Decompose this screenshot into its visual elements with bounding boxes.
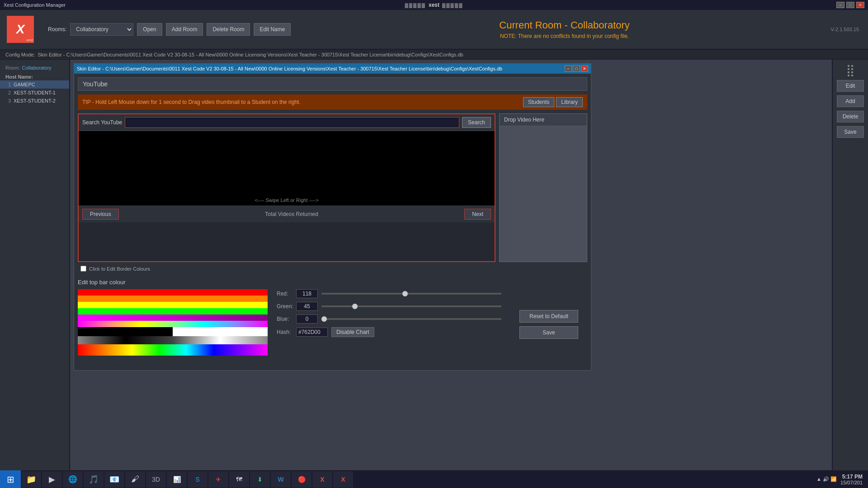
green-input[interactable]: 45 [296,302,318,311]
win-close[interactable]: ✕ [581,66,588,72]
taskbar-acrobat[interactable]: 🔴 [292,471,311,488]
start-button[interactable]: ⊞ [0,470,21,488]
color-band-red[interactable] [78,289,268,296]
color-band-orange[interactable] [78,296,268,302]
red-label: Red: [277,291,292,297]
student-num: 3 [4,98,11,103]
win-minimize[interactable]: – [565,66,572,72]
color-band-green[interactable] [78,308,268,314]
app-header: X xest Rooms: Collaboratory Open Add Roo… [0,10,868,50]
sidebar: Room: Collaboratory Host Name: 1 GAMEPC … [0,60,70,470]
logo-box: X xest [7,16,34,43]
title-controls[interactable]: – □ ✕ [836,2,864,8]
taskbar-excel[interactable]: 📊 [167,471,187,488]
taskbar-filezilla[interactable]: ✈ [208,471,228,488]
room-label: Room: Collaboratory [0,63,69,72]
open-button[interactable]: Open [137,23,162,36]
blue-input[interactable]: 0 [296,314,318,324]
taskbar-word[interactable]: W [271,471,291,488]
win-maximize[interactable]: □ [573,66,580,72]
student-row[interactable]: 2 XEST-STUDENT-1 [0,89,69,97]
reset-default-button[interactable]: Reset to Default [519,310,578,323]
drop-video-header: Drop Video Here [500,114,587,126]
delete-room-button[interactable]: Delete Room [207,23,250,36]
taskbar-skype[interactable]: S [188,471,208,488]
total-videos-label: Total Videos Returned [265,211,318,217]
color-actions: Reset to Default Save [510,289,587,359]
tip-buttons[interactable]: Students Library [523,97,583,107]
taskbar-chrome[interactable]: 🌐 [63,471,83,488]
color-band-bw[interactable] [78,327,268,336]
delete-button[interactable]: Delete [837,111,864,122]
green-label: Green: [277,303,292,310]
logo-area: X xest [0,9,41,49]
minimize-button[interactable]: – [836,2,844,8]
clock: 5:17 PM 15/07/201 [840,474,863,485]
edit-name-button[interactable]: Edit Name [254,23,291,36]
close-button[interactable]: ✕ [856,2,864,8]
taskbar-outlook[interactable]: 📧 [104,471,124,488]
grip-dot [848,68,849,70]
color-save-button[interactable]: Save [519,326,578,339]
taskbar-music[interactable]: 🎵 [84,471,104,488]
green-slider[interactable] [321,305,501,307]
current-room-title: Current Room - Collaboratory [307,19,821,31]
red-input[interactable]: 118 [296,289,318,298]
red-row: Red: 118 [277,289,501,298]
student-row[interactable]: 1 GAMEPC [0,80,69,89]
add-room-button[interactable]: Add Room [166,23,203,36]
color-band-spectrum[interactable] [78,321,268,327]
previous-button[interactable]: Previous [82,209,119,220]
color-band-rainbow[interactable] [78,344,268,356]
taskbar-3d[interactable]: 3D [146,471,166,488]
taskbar-xest1[interactable]: X [312,471,332,488]
color-band-magenta[interactable] [78,314,268,321]
color-picker-visual[interactable] [78,289,268,359]
hash-input[interactable]: #762D00 [296,328,328,337]
main-layout: Room: Collaboratory Host Name: 1 GAMEPC … [0,60,868,470]
search-input[interactable] [125,117,459,128]
student-name: XEST-STUDENT-1 [14,90,56,95]
taskbar-maps[interactable]: 🗺 [229,471,249,488]
edit-button[interactable]: Edit [837,80,864,92]
student-row[interactable]: 3 XEST-STUDENT-2 [0,97,69,105]
color-editor-main: Red: 118 Green: 45 Blue: 0 [78,289,587,359]
skin-editor-titlebar: Skin Editor - C:\Users\Gamer\Documents\0… [74,64,591,74]
disable-chart-button[interactable]: Disable Chart [331,327,374,337]
grip-col [851,65,853,76]
taskbar-media[interactable]: ▶ [42,471,62,488]
grip-dot [851,75,853,76]
right-sidebar: Edit Add Delete Save [832,60,868,470]
border-colours-row[interactable]: Click to Edit Border Colours [78,262,587,275]
swipe-hint: <---- Swipe Left or Right ----> [255,197,318,203]
taskbar-photoshop[interactable]: 🖌 [125,471,145,488]
youtube-section: YouTube TIP - Hold Left Mouse down for 1… [74,74,591,279]
tray-icons: ▲ 🔊 📶 [816,476,837,482]
red-slider[interactable] [321,293,501,295]
color-band-gray[interactable] [78,336,268,344]
border-colours-label: Click to Edit Border Colours [89,266,150,272]
host-name-label: Host Name: [0,72,69,80]
save-button[interactable]: Save [837,126,864,138]
color-band-yellow[interactable] [78,302,268,308]
maximize-button[interactable]: □ [846,2,854,8]
taskbar-xest2[interactable]: X [333,471,353,488]
blue-slider[interactable] [321,318,501,320]
room-select[interactable]: Collaboratory [70,23,133,36]
search-label: Search YouTube [82,119,122,126]
drop-area[interactable] [500,126,587,262]
border-colours-checkbox[interactable] [80,266,86,272]
win-controls[interactable]: – □ ✕ [565,66,588,72]
rooms-section: Rooms: Collaboratory Open Add Room Delet… [41,23,298,36]
taskbar-file-explorer[interactable]: 📁 [21,471,41,488]
date: 15/07/201 [840,480,863,485]
next-button[interactable]: Next [464,209,491,220]
students-button[interactable]: Students [523,97,554,107]
library-button[interactable]: Library [556,97,583,107]
student-name: GAMEPC [14,82,35,87]
rooms-label: Rooms: [48,26,66,33]
taskbar-download[interactable]: ⬇ [250,471,270,488]
config-path: Skin Editor - C:\Users\Gamer\Documents\0… [38,52,463,57]
add-button[interactable]: Add [837,95,864,107]
search-button[interactable]: Search [462,117,491,128]
